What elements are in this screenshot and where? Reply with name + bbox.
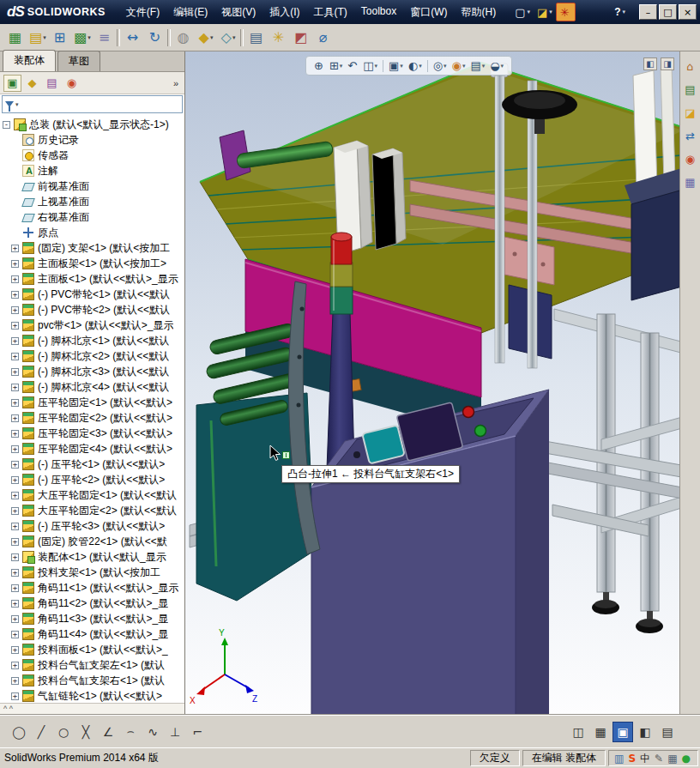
menu-item[interactable]: 视图(V) — [214, 2, 262, 23]
tree-item[interactable]: + (-) 压平轮<2> (默认<<默认> — [0, 472, 184, 487]
interference-detection-icon[interactable]: ◩ — [290, 27, 312, 49]
angle-tool-icon[interactable]: ∠ — [98, 722, 118, 742]
close-button[interactable]: × — [679, 4, 697, 20]
arc-tool-icon[interactable]: ⌢ — [120, 722, 141, 742]
expander-icon[interactable]: + — [11, 461, 19, 469]
expander-icon[interactable]: + — [11, 306, 19, 314]
tree-item[interactable]: + (-) 脚杯北京<3> (默认<<默认 — [0, 364, 184, 379]
show-hidden-components-icon[interactable]: ◍ — [172, 27, 195, 49]
tree-item[interactable]: + 角码11<3> (默认<<默认>_显 — [0, 611, 184, 626]
tree-item[interactable]: + 投料面板<1> (默认<<默认>_ — [0, 642, 184, 657]
tree-item[interactable]: - 总装 (默认<默认_显示状态-1>) — [0, 117, 184, 132]
tree-item[interactable]: 历史记录 — [0, 132, 184, 148]
tree-scroll-strip[interactable]: ^ ^ — [0, 703, 184, 715]
expander-icon[interactable]: + — [11, 445, 19, 453]
expander-icon[interactable]: + — [11, 615, 19, 623]
measure-icon[interactable]: ⌀ — [312, 27, 335, 49]
tree-item[interactable]: + 大压平轮固定<1> (默认<<默认 — [0, 487, 184, 503]
tree-item[interactable]: 注解 — [0, 163, 184, 178]
expander-icon[interactable]: + — [11, 414, 19, 422]
pan-window-icon[interactable]: ◫ — [568, 722, 588, 742]
expander-icon[interactable]: + — [11, 322, 19, 330]
expander-icon[interactable]: + — [11, 291, 19, 299]
3d-model-canvas[interactable]: Y X Z — [185, 51, 700, 715]
tree-item[interactable]: + (固定) 胶管22<1> (默认<<默 — [0, 534, 184, 549]
tree-item[interactable]: + 大压平轮固定<2> (默认<<默认 — [0, 503, 184, 518]
edit-component-icon[interactable]: ▦ — [4, 27, 27, 49]
minimize-button[interactable]: – — [639, 4, 657, 20]
ime-keyboard-icon[interactable]: ▦ — [667, 753, 677, 764]
ime-pen-icon[interactable]: ✎ — [655, 753, 663, 764]
solidworks-resources-icon[interactable]: ⌂ — [683, 58, 698, 74]
graphics-viewport[interactable]: Y X Z ⊕ ⊞▾ ↶ ◫▾ ▣ — [185, 51, 700, 715]
design-library-icon[interactable]: ▤ — [683, 82, 698, 97]
menu-item[interactable]: 插入(I) — [262, 2, 306, 23]
zoom-fit-icon[interactable]: ⊕ — [311, 59, 327, 72]
assembly-features-icon[interactable]: ◆▾ — [195, 27, 217, 49]
component-pattern-icon[interactable]: ▩▾ — [71, 27, 94, 49]
menu-item[interactable]: Toolbox — [354, 2, 403, 23]
expander-icon[interactable]: + — [11, 631, 19, 638]
expander-icon[interactable]: + — [11, 368, 19, 376]
hide-show-items-icon[interactable]: ◎▾ — [431, 59, 450, 72]
tree-item[interactable]: + (-) 压平轮<3> (默认<<默认> — [0, 518, 184, 534]
expander-icon[interactable]: + — [11, 692, 19, 700]
view-orientation-icon[interactable]: ▣▾ — [386, 59, 406, 72]
menu-item[interactable]: 帮助(H) — [455, 2, 504, 23]
tree-item[interactable]: 传感器 — [0, 148, 184, 163]
single-viewport-icon[interactable]: ▣ — [612, 722, 633, 742]
custom-properties-icon[interactable]: ▦ — [683, 174, 698, 190]
tab[interactable]: 草图 — [57, 51, 100, 71]
insert-components-icon[interactable]: ▤▾ — [27, 27, 49, 49]
status-dot-icon[interactable]: ● — [682, 753, 691, 764]
open-icon[interactable]: ◪▾ — [534, 3, 556, 21]
tree-item[interactable]: + 主面板<1> (默认<<默认>_显示 — [0, 271, 184, 287]
view-settings-icon[interactable]: ◒▾ — [487, 59, 506, 72]
tab[interactable]: 装配体 — [3, 50, 56, 71]
display-style-icon[interactable]: ◐▾ — [406, 59, 425, 72]
ime-bar-icon[interactable]: ▥ — [614, 753, 624, 764]
tree-item[interactable]: 前视基准面 — [0, 178, 184, 194]
tree-item[interactable]: + pvc带<1> (默认<<默认>_显示 — [0, 317, 184, 333]
tree-item[interactable]: + 角码11<2> (默认<<默认>_显 — [0, 596, 184, 611]
tree-item[interactable]: + 压平轮固定<3> (默认<<默认> — [0, 426, 184, 441]
sogou-input-icon[interactable]: S — [628, 753, 636, 764]
expander-icon[interactable]: + — [11, 553, 19, 561]
tree-item[interactable]: + (-) 脚杯北京<4> (默认<<默认 — [0, 379, 184, 395]
panel-toggle-left-icon[interactable]: ◧ — [643, 57, 657, 70]
edit-appearance-icon[interactable]: ◉▾ — [450, 59, 468, 72]
overflow-chevron-icon[interactable]: » — [173, 78, 181, 88]
featuremanager-tab-icon[interactable]: ▣ — [3, 75, 21, 92]
smart-fasteners-icon[interactable]: ≡ — [94, 27, 116, 49]
tree-item[interactable]: + 角码11<4> (默认<<默认>_显 — [0, 626, 184, 642]
tree-item[interactable]: 右视基准面 — [0, 209, 184, 225]
propertymanager-tab-icon[interactable]: ◆ — [23, 75, 41, 92]
tree-item[interactable]: 上视基准面 — [0, 194, 184, 209]
expander-icon[interactable]: + — [11, 584, 19, 592]
maximize-button[interactable]: □ — [659, 4, 677, 20]
new-document-icon[interactable]: ▢▾ — [511, 3, 534, 21]
reference-geometry-icon[interactable]: ◇▾ — [217, 27, 239, 49]
tree-item[interactable]: + 压平轮固定<4> (默认<<默认> — [0, 441, 184, 457]
expander-icon[interactable]: + — [11, 523, 19, 530]
tree-item[interactable]: + 装配体<1> (默认<默认_显示 — [0, 549, 184, 565]
tree-item[interactable]: + 主面板架<1> (默认<按加工> — [0, 256, 184, 271]
menu-item[interactable]: 工具(T) — [307, 2, 354, 23]
expander-icon[interactable]: + — [11, 662, 19, 669]
zoom-area-icon[interactable]: ⊞▾ — [327, 59, 345, 72]
expander-icon[interactable]: + — [11, 538, 19, 546]
corner-tool-icon[interactable]: ⌐ — [187, 722, 208, 742]
previous-view-icon[interactable]: ↶ — [345, 59, 360, 72]
scroll-chevrons-icon[interactable]: ^ ^ — [3, 705, 13, 713]
tree-item[interactable]: + 投料台气缸支架右<1> (默认 — [0, 673, 184, 688]
apply-scene-icon[interactable]: ▤▾ — [468, 59, 487, 72]
perpendicular-tool-icon[interactable]: ⊥ — [165, 722, 185, 742]
filter-funnel-icon[interactable] — [5, 101, 14, 107]
tree-item[interactable]: + 角码11<1> (默认<<默认>_显示 — [0, 580, 184, 596]
exploded-view-icon[interactable]: ✳ — [268, 27, 290, 49]
table-icon[interactable]: ▤ — [657, 722, 678, 742]
help-icon[interactable]: ? ▾ — [609, 6, 631, 18]
tree-item[interactable]: + (-) PVC带轮<1> (默认<<默认 — [0, 287, 184, 302]
rotate-component-icon[interactable]: ↻ — [144, 27, 166, 49]
appearances-icon[interactable]: ◉ — [683, 151, 698, 166]
